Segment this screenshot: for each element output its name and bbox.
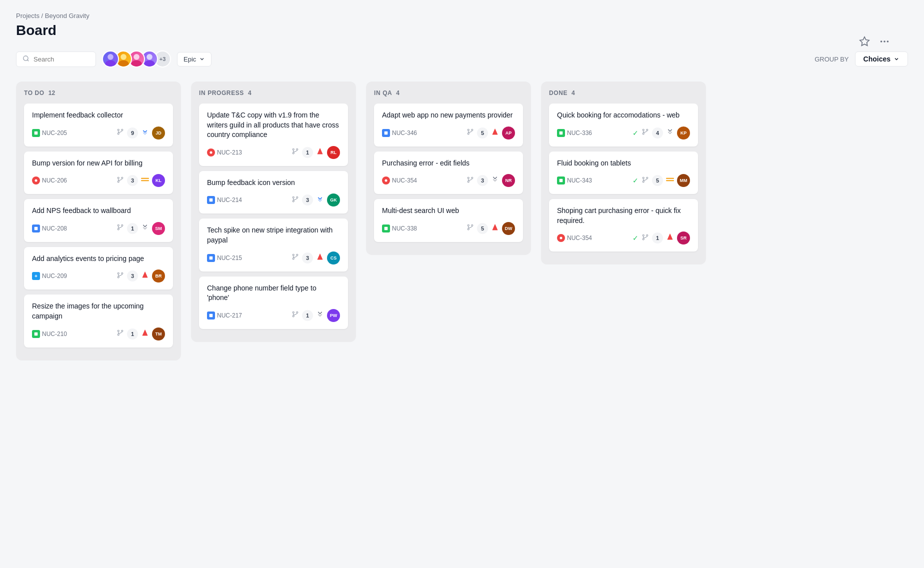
column-inqa: IN QA 4 Adapt web app no new payments pr… [366, 82, 531, 255]
card[interactable]: Update T&C copy with v1.9 from the write… [199, 104, 348, 166]
choices-label: Choices [864, 55, 890, 63]
done-check-icon: ✓ [632, 129, 638, 137]
card[interactable]: Implement feedback collector NUC-205 9 J… [24, 104, 173, 146]
branch-icon [642, 234, 649, 243]
card-title: Add NPS feedback to wallboard [32, 206, 165, 216]
card[interactable]: Bump version for new API for billing NUC… [24, 152, 173, 194]
svg-point-72 [642, 129, 644, 130]
branch-icon [116, 272, 124, 281]
card[interactable]: Add analytics events to pricing page NUC… [24, 247, 173, 290]
svg-rect-48 [210, 256, 213, 260]
card[interactable]: Change phone number field type to 'phone… [199, 276, 348, 329]
search-input[interactable] [34, 56, 90, 63]
card-id: NUC-206 [32, 176, 67, 184]
svg-point-40 [292, 152, 294, 154]
column-header: IN QA 4 [374, 90, 523, 96]
avatar [102, 50, 119, 68]
card-meta: 3 BR [116, 270, 165, 282]
svg-point-36 [122, 330, 123, 332]
priority-icon [141, 271, 149, 281]
card-meta: 9 JD [116, 126, 165, 140]
search-icon [22, 55, 30, 64]
svg-point-1 [880, 40, 882, 42]
card-meta: 1 SM [116, 222, 165, 235]
svg-point-70 [472, 224, 473, 226]
card[interactable]: Fluid booking on tablets NUC-343 ✓ 5 MM [549, 152, 698, 194]
svg-point-73 [642, 133, 644, 134]
card-footer: NUC-208 1 SM [32, 222, 165, 235]
svg-point-32 [122, 272, 123, 274]
card-footer: NUC-217 1 PW [207, 309, 340, 322]
done-check-icon: ✓ [632, 176, 638, 184]
svg-point-6 [108, 54, 114, 60]
svg-rect-80 [666, 178, 674, 179]
card-footer: NUC-215 3 CS [207, 252, 340, 264]
priority-icon [141, 128, 149, 138]
meta-count: 3 [127, 270, 138, 282]
svg-point-68 [468, 224, 469, 226]
branch-icon [642, 176, 649, 186]
card-footer: NUC-354 3 NR [382, 174, 515, 187]
card[interactable]: Add NPS feedback to wallboard NUC-208 1 … [24, 199, 173, 242]
card[interactable]: Resize the images for the upcoming campa… [24, 294, 173, 347]
meta-count: 3 [127, 175, 138, 186]
svg-point-78 [646, 177, 648, 178]
branch-icon [116, 329, 124, 338]
card-id: NUC-208 [32, 224, 67, 232]
card[interactable]: Bump feedback icon version NUC-214 3 GK [199, 171, 348, 214]
card[interactable]: Purchasing error - edit fields NUC-354 3… [374, 152, 523, 194]
priority-icon [141, 224, 149, 234]
epic-filter-button[interactable]: Epic [177, 52, 212, 66]
svg-point-10 [134, 54, 140, 60]
svg-point-13 [144, 60, 155, 68]
svg-point-46 [296, 196, 298, 198]
svg-point-59 [468, 129, 469, 130]
card[interactable]: Adapt web app no new payments provider N… [374, 104, 523, 146]
card[interactable]: Shoping cart purchasing error - quick fi… [549, 199, 698, 252]
card-title: Purchasing error - edit fields [382, 158, 515, 168]
card[interactable]: Quick booking for accomodations - web NU… [549, 104, 698, 146]
svg-point-38 [210, 151, 212, 154]
group-by-section: GROUP BY Choices [814, 52, 908, 66]
more-options-button[interactable] [877, 34, 892, 52]
svg-point-4 [24, 56, 28, 60]
search-box[interactable] [16, 52, 96, 67]
meta-count: 5 [652, 175, 663, 186]
toolbar: +3 Epic GROUP BY Choices [16, 50, 908, 68]
card-id: NUC-338 [382, 224, 417, 232]
svg-point-60 [468, 133, 469, 134]
card-footer: NUC-338 5 DW [382, 222, 515, 235]
svg-point-65 [468, 180, 469, 182]
svg-rect-53 [210, 314, 213, 317]
meta-count: 3 [302, 194, 313, 206]
card-title: Add analytics events to pricing page [32, 254, 165, 264]
svg-point-85 [646, 234, 648, 236]
card-title: Fluid booking on tablets [557, 158, 690, 168]
priority-icon [491, 128, 499, 138]
card-title: Bump feedback icon version [207, 178, 340, 188]
card-title: Quick booking for accomodations - web [557, 110, 690, 120]
card[interactable]: Multi-dest search UI web NUC-338 5 DW [374, 199, 523, 242]
card-meta: ✓ 1 SR [632, 232, 690, 244]
priority-icon [666, 128, 674, 138]
card-footer: NUC-336 ✓ 4 KP [557, 126, 690, 140]
card[interactable]: Tech spike on new stripe integration wit… [199, 218, 348, 271]
svg-rect-81 [666, 180, 674, 182]
branch-icon [292, 196, 299, 205]
branch-icon [116, 224, 124, 233]
card-meta: 1 RL [292, 146, 340, 159]
card-meta: 3 CS [292, 252, 340, 264]
card-id: NUC-214 [207, 196, 242, 204]
svg-point-2 [884, 40, 886, 42]
column-header: DONE 4 [549, 90, 698, 96]
column-count: 4 [396, 90, 400, 96]
svg-point-30 [118, 272, 119, 274]
svg-point-54 [292, 312, 294, 313]
priority-icon [316, 253, 324, 263]
card-id: NUC-343 [557, 176, 592, 184]
choices-button[interactable]: Choices [855, 52, 908, 66]
star-button[interactable] [857, 34, 872, 52]
column-header: IN PROGRESS 4 [199, 90, 348, 96]
svg-point-9 [118, 60, 129, 68]
column-todo: TO DO 12 Implement feedback collector NU… [16, 82, 181, 360]
